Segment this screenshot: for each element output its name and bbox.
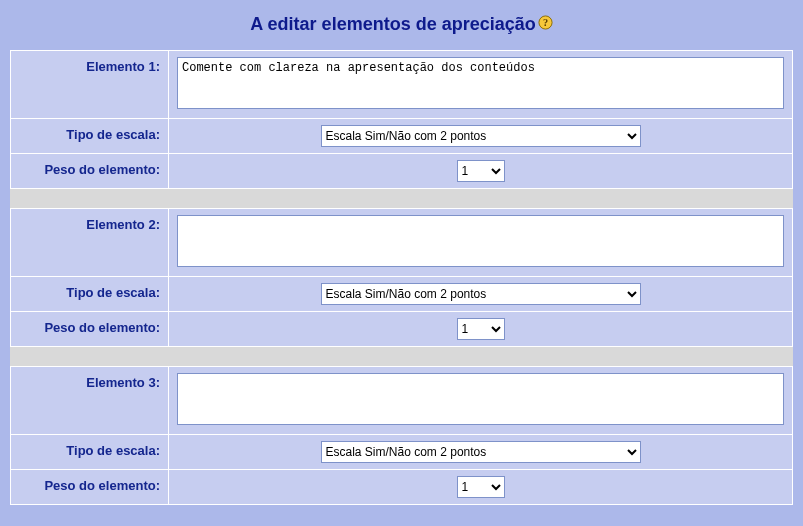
element-textarea[interactable] xyxy=(177,57,784,109)
element-textarea[interactable] xyxy=(177,373,784,425)
scale-type-select[interactable]: Escala Sim/Não com 2 pontos xyxy=(321,125,641,147)
element-label-word: Elemento xyxy=(86,375,145,390)
element-label-index: 3 xyxy=(148,375,155,390)
element-weight-select[interactable]: 1 xyxy=(457,318,505,340)
scale-type-label: Tipo de escala: xyxy=(11,276,169,311)
elements-form: Elemento 1: Tipo de escala: Escala Sim/N… xyxy=(10,50,793,505)
element-label: Elemento 2: xyxy=(11,208,169,276)
scale-type-label: Tipo de escala: xyxy=(11,434,169,469)
element-label: Elemento 1: xyxy=(11,50,169,118)
help-icon[interactable]: ? xyxy=(538,14,553,35)
element-label: Elemento 3: xyxy=(11,366,169,434)
element-label-index: 1 xyxy=(148,59,155,74)
element-textarea[interactable] xyxy=(177,215,784,267)
element-label-word: Elemento xyxy=(86,59,145,74)
scale-type-label: Tipo de escala: xyxy=(11,118,169,153)
scale-type-select[interactable]: Escala Sim/Não com 2 pontos xyxy=(321,283,641,305)
svg-text:?: ? xyxy=(543,17,548,28)
element-weight-select[interactable]: 1 xyxy=(457,160,505,182)
element-weight-label: Peso do elemento: xyxy=(11,311,169,346)
page-title-text: A editar elementos de apreciação xyxy=(250,14,535,34)
element-label-word: Elemento xyxy=(86,217,145,232)
page-title: A editar elementos de apreciação ? xyxy=(10,14,793,36)
element-weight-label: Peso do elemento: xyxy=(11,469,169,504)
separator-row xyxy=(11,346,793,366)
element-label-index: 2 xyxy=(148,217,155,232)
element-weight-label: Peso do elemento: xyxy=(11,153,169,188)
element-weight-select[interactable]: 1 xyxy=(457,476,505,498)
separator-row xyxy=(11,188,793,208)
scale-type-select[interactable]: Escala Sim/Não com 2 pontos xyxy=(321,441,641,463)
